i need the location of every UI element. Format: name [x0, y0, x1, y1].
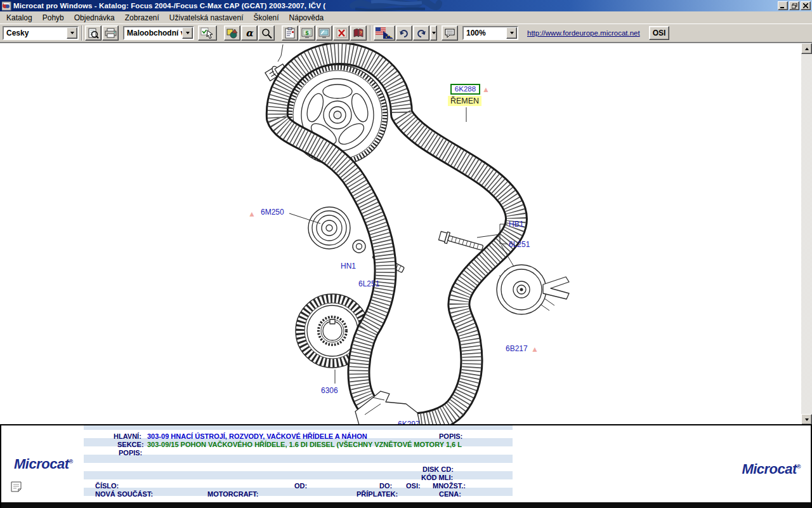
close-icon — [803, 3, 808, 8]
label-hn1[interactable]: HN1 — [341, 262, 356, 271]
chevron-up-icon — [805, 48, 809, 50]
menu-skoleni[interactable]: Školení — [249, 12, 284, 23]
od-label: OD: — [294, 482, 307, 490]
menu-uzivatelska-nastaveni[interactable]: Uživatelská nastavení — [164, 12, 249, 23]
menu-objednavka[interactable]: Objednávka — [69, 12, 120, 23]
scroll-up-button[interactable] — [801, 43, 812, 54]
disk-cd-label: DISK CD: — [422, 465, 454, 474]
language-select[interactable]: Cesky — [3, 26, 79, 40]
delete-button[interactable] — [333, 25, 350, 41]
view-select[interactable]: Maloobchodní vi — [123, 26, 194, 40]
cislo-label: ČÍSLO: — [95, 482, 119, 490]
label-6k297-partial[interactable]: 6K297 — [398, 420, 420, 424]
view-value: Maloobchodní vi — [124, 29, 182, 37]
market-flags-button[interactable] — [374, 25, 395, 41]
app-icon — [2, 1, 11, 11]
microcat-link[interactable]: http://www.fordeurope.microcat.net — [527, 29, 640, 37]
window-title: Microcat pro Windows - Katalog: Focus 20… — [13, 2, 325, 10]
parts-diagram[interactable] — [0, 43, 801, 424]
shapes-icon — [226, 28, 238, 39]
idler-pulley[interactable] — [497, 265, 569, 314]
undo-icon — [399, 29, 409, 37]
do-label: DO: — [379, 482, 392, 490]
triangle-marker-icon: ▲ — [531, 345, 539, 353]
mnozst-label: MNOŽST.: — [433, 482, 466, 490]
select-parts-button[interactable] — [198, 25, 217, 41]
print-preview-icon — [88, 28, 99, 39]
microcat-window: Microcat pro Windows - Katalog: Focus 20… — [0, 0, 812, 508]
red-x-icon — [336, 28, 347, 38]
view-dropdown-button[interactable] — [182, 27, 193, 39]
popis2-label: POPIS: — [119, 449, 142, 457]
zoom-value: 100% — [464, 29, 506, 37]
label-hb1[interactable]: HB1 — [509, 220, 523, 229]
label-6l251-right[interactable]: 6L251 — [509, 240, 530, 249]
url-field: http://www.fordeurope.microcat.net — [522, 26, 645, 40]
print-preview-button[interactable] — [85, 25, 102, 41]
osi-button[interactable]: OSI — [649, 26, 670, 40]
restore-icon — [792, 3, 797, 9]
tensioner-pulley[interactable] — [289, 207, 350, 249]
selected-part-name: ŘEMEN — [448, 96, 481, 106]
monitor-dollar-icon: $ — [301, 28, 313, 39]
search-icon — [261, 28, 272, 39]
language-value: Cesky — [4, 29, 67, 37]
redo-button[interactable] — [413, 25, 429, 41]
chevron-down-icon — [186, 32, 190, 34]
minimize-icon — [780, 3, 785, 8]
clipboard-icon — [285, 27, 296, 39]
washer-hn1[interactable] — [353, 240, 365, 253]
graphics-index-button[interactable] — [224, 25, 240, 41]
screen-view-button[interactable] — [316, 25, 332, 41]
menu-bar: Katalog Pohyb Objednávka Zobrazení Uživa… — [0, 11, 812, 23]
menu-zobrazeni[interactable]: Zobrazení — [120, 12, 164, 23]
note-icon[interactable] — [10, 481, 23, 492]
redo-dropdown-button[interactable] — [430, 25, 437, 41]
menu-pohyb[interactable]: Pohyb — [37, 12, 69, 23]
price-screen-button[interactable]: $ — [299, 25, 315, 41]
sekce-value: 303-09/15 POHON VAČKOVÉHO HŘÍDELE, 1.6 D… — [147, 441, 462, 449]
registered-mark: ® — [69, 458, 72, 465]
comment-bubble-icon — [445, 29, 455, 38]
language-dropdown-button[interactable] — [67, 27, 77, 39]
nova-soucast-label: NOVÁ SOUČÁST: — [95, 490, 153, 498]
minimize-button[interactable] — [778, 1, 788, 10]
microcat-logo-right: Microcat® — [742, 461, 801, 478]
close-button[interactable] — [801, 1, 811, 10]
notes-button[interactable] — [442, 25, 458, 41]
search-button[interactable] — [258, 25, 275, 41]
diagram-canvas: 6K288 ▲ ŘEMEN ▲ 6M250 HB1 6L251 HN1 6L25… — [0, 43, 812, 424]
parts-info-button[interactable] — [282, 25, 298, 41]
menu-napoveda[interactable]: Nápověda — [284, 12, 329, 23]
alpha-index-button[interactable]: α — [241, 25, 258, 41]
motorcraft-label: MOTORCRAFT: — [207, 490, 258, 498]
menu-katalog[interactable]: Katalog — [1, 12, 37, 23]
separator — [370, 25, 371, 41]
help-book-button[interactable]: ? — [350, 25, 367, 41]
chevron-down-icon — [510, 32, 514, 34]
zoom-select[interactable]: 100% — [462, 26, 518, 40]
print-button[interactable] — [102, 25, 119, 41]
scroll-down-button[interactable] — [801, 414, 812, 424]
selected-part-box[interactable]: 6K288 — [450, 84, 480, 95]
cena-label: CENA: — [439, 490, 461, 498]
label-6306[interactable]: 6306 — [321, 386, 338, 395]
chevron-down-icon — [805, 418, 809, 421]
label-6m250[interactable]: 6M250 — [261, 208, 284, 217]
popis1-label: POPIS: — [439, 432, 462, 441]
hlavni-value: 303-09 HNACÍ ÚSTROJÍ, ROZVODY, VAČKOVÉ H… — [147, 432, 367, 441]
microcat-logo-left: Microcat® — [14, 456, 73, 472]
vertical-scrollbar[interactable] — [801, 43, 812, 424]
label-6b217[interactable]: 6B217 — [506, 344, 528, 353]
kod-mli-label: KÓD MLI: — [421, 474, 453, 482]
zoom-dropdown-button[interactable] — [506, 27, 517, 39]
label-6l251-left[interactable]: 6L251 — [358, 279, 379, 288]
printer-icon — [105, 28, 117, 38]
restore-button[interactable] — [789, 1, 799, 10]
book-icon: ? — [353, 28, 364, 38]
priplatek-label: PŘÍPLATEK: — [357, 490, 398, 498]
toolbar: Cesky Maloobchodní vi α $ — [0, 23, 812, 43]
redo-icon — [416, 29, 426, 37]
monitor-icon — [318, 28, 331, 39]
undo-button[interactable] — [396, 25, 412, 41]
